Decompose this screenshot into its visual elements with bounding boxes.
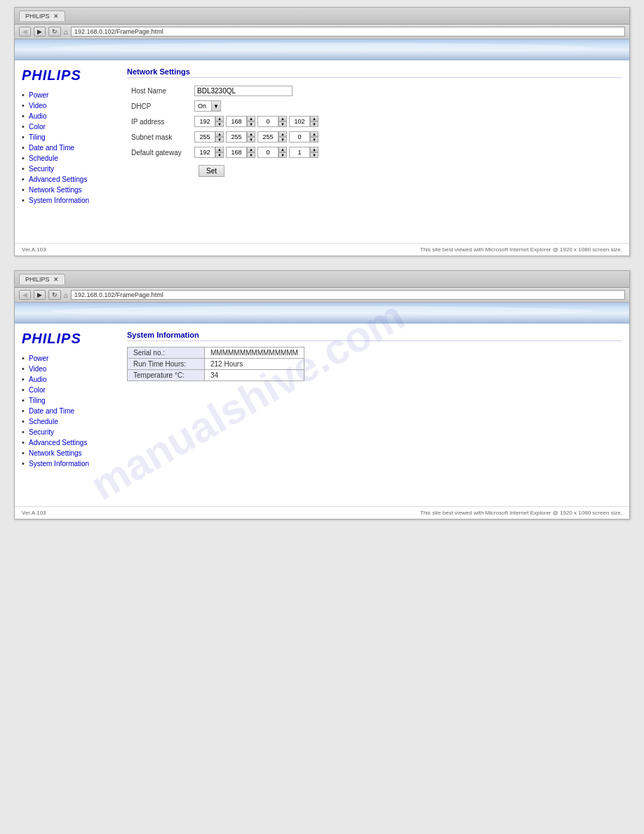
system-info-table: Serial no.: MMMMMMMMMMMMMMM Run Time Hou…: [127, 347, 304, 381]
content-area-1: PHILIPS Power Video Audio Color Tiling D…: [15, 60, 629, 243]
ip-up-4[interactable]: ▲: [310, 116, 318, 121]
set-button[interactable]: Set: [199, 165, 224, 177]
subnet-up-3[interactable]: ▲: [279, 131, 287, 137]
nav-item-power-1[interactable]: Power: [22, 91, 113, 99]
ip-up-3[interactable]: ▲: [279, 116, 287, 121]
ip-up-1[interactable]: ▲: [215, 116, 224, 121]
ip-input-4[interactable]: 102: [289, 116, 310, 127]
dhcp-row: DHCP On ▼: [127, 98, 324, 114]
gateway-up-1[interactable]: ▲: [215, 147, 224, 152]
runtime-label: Run Time Hours:: [128, 359, 205, 370]
address-bar-2[interactable]: [71, 290, 625, 300]
subnet-down-4[interactable]: ▼: [310, 137, 318, 143]
address-bar-1[interactable]: [71, 27, 625, 37]
forward-button-1[interactable]: ▶: [34, 27, 46, 37]
nav-item-advanced-2[interactable]: Advanced Settings: [22, 438, 113, 446]
nav-item-video-2[interactable]: Video: [22, 364, 113, 373]
nav-item-datetime-1[interactable]: Date and Time: [22, 143, 113, 152]
dhcp-arrow-icon[interactable]: ▼: [212, 100, 221, 112]
browser-tab-2[interactable]: PHILIPS ✕: [19, 274, 65, 284]
brand-logo-1: PHILIPS: [22, 67, 113, 84]
back-button-1[interactable]: ◀: [19, 27, 31, 37]
refresh-button-2[interactable]: ↻: [48, 290, 61, 300]
back-button-2[interactable]: ◀: [19, 290, 31, 300]
nav-item-power-2[interactable]: Power: [22, 354, 113, 362]
home-icon-1: ⌂: [64, 28, 68, 36]
subnet-input-2[interactable]: 255: [226, 131, 247, 143]
dhcp-value-cell: On ▼: [190, 98, 324, 114]
sidebar-2: PHILIPS Power Video Audio Color Tiling D…: [22, 331, 120, 499]
gateway-input-1[interactable]: 192: [194, 147, 215, 158]
subnet-up-4[interactable]: ▲: [310, 131, 318, 137]
gateway-input-4[interactable]: 1: [289, 147, 310, 158]
nav-item-video-1[interactable]: Video: [22, 101, 113, 110]
nav-item-security-2[interactable]: Security: [22, 428, 113, 436]
ip-input-2[interactable]: 168: [226, 116, 247, 127]
header-image-1: [15, 39, 629, 60]
refresh-button-1[interactable]: ↻: [48, 27, 61, 37]
dhcp-label: DHCP: [127, 98, 190, 114]
ip-input-3[interactable]: 0: [257, 116, 279, 127]
ip-down-3[interactable]: ▼: [279, 121, 287, 127]
subnet-up-1[interactable]: ▲: [215, 131, 224, 137]
ip-spinner-4: ▲ ▼: [310, 116, 318, 127]
page-wrapper: PHILIPS ✕ ◀ ▶ ↻ ⌂ PHILIPS Power Video Au…: [0, 0, 644, 541]
subnet-up-2[interactable]: ▲: [247, 131, 255, 137]
nav-item-security-1[interactable]: Security: [22, 164, 113, 173]
nav-item-sysinfo-1[interactable]: System Information: [22, 196, 113, 204]
gateway-value-cell: 192 ▲ ▼ 168 ▲: [190, 145, 324, 160]
nav-item-audio-2[interactable]: Audio: [22, 375, 113, 383]
gateway-up-3[interactable]: ▲: [279, 147, 287, 152]
ip-up-2[interactable]: ▲: [247, 116, 255, 121]
nav-item-tiling-1[interactable]: Tiling: [22, 133, 113, 141]
nav-item-schedule-1[interactable]: Schedule: [22, 154, 113, 162]
gateway-input-2[interactable]: 168: [226, 147, 247, 158]
subnet-input-4[interactable]: 0: [289, 131, 310, 143]
gateway-down-2[interactable]: ▼: [247, 152, 255, 158]
gateway-down-3[interactable]: ▼: [279, 152, 287, 158]
ip-input-1[interactable]: 192: [194, 116, 215, 127]
nav-item-advanced-1[interactable]: Advanced Settings: [22, 175, 113, 183]
gateway-up-4[interactable]: ▲: [310, 147, 318, 152]
temp-row: Temperature °C: 34: [128, 370, 304, 381]
nav-item-sysinfo-2[interactable]: System Information: [22, 459, 113, 468]
browser-tab-1[interactable]: PHILIPS ✕: [19, 11, 65, 21]
ip-label: IP address: [127, 114, 190, 129]
dhcp-value: On: [194, 100, 212, 112]
ip-down-1[interactable]: ▼: [215, 121, 224, 127]
dhcp-dropdown[interactable]: On ▼: [194, 100, 221, 112]
forward-button-2[interactable]: ▶: [34, 290, 46, 300]
nav-item-datetime-2[interactable]: Date and Time: [22, 406, 113, 415]
ip-row: IP address 192 ▲ ▼: [127, 114, 324, 129]
nav-item-schedule-2[interactable]: Schedule: [22, 417, 113, 425]
system-info-title: System Information: [127, 331, 622, 341]
subnet-down-2[interactable]: ▼: [247, 137, 255, 143]
nav-item-color-2[interactable]: Color: [22, 385, 113, 394]
subnet-down-3[interactable]: ▼: [279, 137, 287, 143]
ip-down-4[interactable]: ▼: [310, 121, 318, 127]
subnet-spinner-4: ▲ ▼: [310, 131, 318, 143]
temp-value: 34: [205, 370, 304, 381]
gateway-input-3[interactable]: 0: [257, 147, 279, 158]
subnet-down-1[interactable]: ▼: [215, 137, 224, 143]
subnet-input-3[interactable]: 255: [257, 131, 279, 143]
gateway-down-4[interactable]: ▼: [310, 152, 318, 158]
set-button-cell: Set: [190, 160, 324, 179]
gateway-field-1: 192 ▲ ▼: [194, 147, 224, 158]
network-settings-title: Network Settings: [127, 67, 622, 78]
nav-item-color-1[interactable]: Color: [22, 122, 113, 131]
browser-chrome-2: PHILIPS ✕: [15, 271, 629, 288]
ip-down-2[interactable]: ▼: [247, 121, 255, 127]
gateway-up-2[interactable]: ▲: [247, 147, 255, 152]
gateway-down-1[interactable]: ▼: [215, 152, 224, 158]
nav-item-tiling-2[interactable]: Tiling: [22, 396, 113, 404]
sidebar-1: PHILIPS Power Video Audio Color Tiling D…: [22, 67, 120, 236]
hostname-input[interactable]: [194, 86, 293, 96]
nav-item-network-1[interactable]: Network Settings: [22, 185, 113, 194]
set-button-row: Set: [127, 160, 324, 179]
nav-item-audio-1[interactable]: Audio: [22, 112, 113, 120]
temp-label: Temperature °C:: [128, 370, 205, 381]
subnet-input-1[interactable]: 255: [194, 131, 215, 143]
nav-item-network-2[interactable]: Network Settings: [22, 449, 113, 457]
main-content-1: Network Settings Host Name DHCP On: [120, 67, 622, 236]
